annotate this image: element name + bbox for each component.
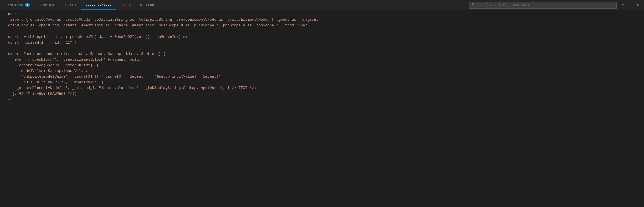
code-line-7: export function render(_ctx, _cache, $pr… <box>8 51 642 57</box>
tab-debug-console[interactable]: DEBUG CONSOLE <box>81 0 116 10</box>
tab-debug-console-label: DEBUG CONSOLE <box>86 3 112 7</box>
tab-problems-label: PROBLEMS <box>7 3 23 7</box>
close-icon: ✕ <box>637 3 640 7</box>
list-item: }' <box>0 97 644 102</box>
menu-icon: ≡ <box>621 3 624 7</box>
empty-line-1 <box>0 28 644 34</box>
list-item: openBlock as _openBlock, createElementBl… <box>0 23 644 28</box>
menu-icon-button[interactable]: ≡ <box>619 2 626 9</box>
list-item: }, null, 8 /* PROPS */, ["modelValue"]), <box>0 80 644 85</box>
tab-gitlens-label: GITLENS <box>140 3 154 7</box>
tab-output[interactable]: OUTPUT <box>60 0 81 10</box>
tab-ports[interactable]: PORTS <box>116 0 136 10</box>
code-line-1: 'import { createVNode as _createVNode, t… <box>8 17 642 23</box>
chevron-up-icon: ⌃ <box>629 3 632 7</box>
tab-actions: ≡ ⌃ ✕ <box>619 2 642 9</box>
filter-input[interactable] <box>469 2 617 9</box>
console-line-header: → code <box>0 11 644 17</box>
code-line-9: _createVNode($setup["CommonChild"], { <box>8 63 642 68</box>
console-area[interactable]: → code 'import { createVNode as _createV… <box>0 10 644 207</box>
console-label: code <box>8 11 17 17</box>
panel-tabs: PROBLEMS 6 TERMINAL OUTPUT DEBUG CONSOLE… <box>0 0 644 10</box>
list-item: modelValue: $setup.inputValue, <box>0 68 644 74</box>
code-line-11: "onUpdate:modelValue": _cache[0] || (_ca… <box>8 74 642 80</box>
empty-line-2 <box>0 45 644 51</box>
problems-badge: 6 <box>25 3 30 7</box>
list-item: ], 64 /* STABLE_FRAGMENT */)) <box>0 91 644 97</box>
tab-output-label: OUTPUT <box>64 3 76 7</box>
list-item: export function render(_ctx, _cache, $pr… <box>0 51 644 57</box>
code-line-15: }' <box>8 97 642 102</box>
close-button[interactable]: ✕ <box>635 2 642 9</box>
collapse-button[interactable]: ⌃ <box>627 2 634 9</box>
tab-terminal[interactable]: TERMINAL <box>34 0 60 10</box>
code-line-12: }, null, 8 /* PROPS */, ["modelValue"]), <box>8 80 642 85</box>
code-line-8: return (_openBlock(), _createElementBloc… <box>8 57 642 63</box>
list-item: return (_openBlock(), _createElementBloc… <box>0 57 644 63</box>
tab-gitlens[interactable]: GITLENS <box>136 0 159 10</box>
tab-terminal-label: TERMINAL <box>39 3 55 7</box>
console-arrow: → <box>2 11 8 17</box>
code-line-2: openBlock as _openBlock, createElementBl… <box>8 23 642 28</box>
code-line-13: _createElementVNode("p", _hoisted_1, "in… <box>8 85 642 91</box>
list-item: const _hoisted_1 = { id: "11" } <box>0 40 644 45</box>
list-item: const _withScopeId = n => (_pushScopeId(… <box>0 34 644 40</box>
list-item: _createElementVNode("p", _hoisted_1, "in… <box>0 85 644 91</box>
code-line-4: const _withScopeId = n => (_pushScopeId(… <box>8 34 642 40</box>
tab-ports-label: PORTS <box>121 3 131 7</box>
code-line-10: modelValue: $setup.inputValue, <box>8 68 642 74</box>
panel-container: PROBLEMS 6 TERMINAL OUTPUT DEBUG CONSOLE… <box>0 0 644 207</box>
tab-problems[interactable]: PROBLEMS 6 <box>2 0 34 10</box>
code-line-14: ], 64 /* STABLE_FRAGMENT */)) <box>8 91 642 97</box>
code-line-5: const _hoisted_1 = { id: "11" } <box>8 40 642 45</box>
list-item: "onUpdate:modelValue": _cache[0] || (_ca… <box>0 74 644 80</box>
list-item: 'import { createVNode as _createVNode, t… <box>0 17 644 23</box>
list-item: _createVNode($setup["CommonChild"], { <box>0 63 644 68</box>
